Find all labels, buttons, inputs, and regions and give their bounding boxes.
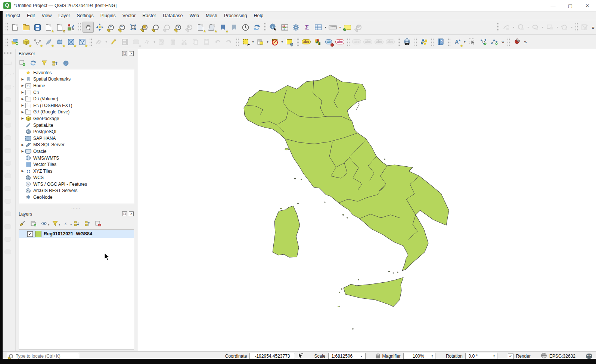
browser-item-favorites[interactable]: ★Favorites	[19, 69, 134, 76]
digitize-ellipse-button[interactable]	[530, 22, 541, 32]
delete-selected-button[interactable]	[168, 37, 178, 47]
close-panel-button[interactable]: ✕	[129, 211, 134, 216]
maximize-button[interactable]: ▢	[562, 0, 579, 11]
snapping-button[interactable]	[512, 37, 522, 47]
render-checkbox[interactable]: ✓	[508, 354, 513, 359]
zoom-in-button[interactable]: +	[106, 22, 116, 32]
new-mesh-layer-button[interactable]: ★	[66, 37, 76, 47]
browser-item-arcgis[interactable]: ArcGIS REST Servers	[19, 188, 134, 194]
change-label-button[interactable]: abc	[385, 37, 395, 47]
current-edits-button[interactable]	[94, 37, 104, 47]
new-map-view-button[interactable]: ★	[195, 22, 206, 32]
toolbar-handle[interactable]	[236, 37, 239, 46]
browser-item-geonode[interactable]: ✱GeoNode	[19, 194, 134, 201]
temporal-controller-button[interactable]	[240, 22, 251, 32]
data-source-manager-button[interactable]	[10, 37, 20, 47]
manage-map-themes-button[interactable]: ▾	[40, 220, 48, 227]
toolbar-handle[interactable]	[264, 23, 266, 32]
delete-part-button[interactable]	[2, 170, 13, 181]
zoom-last-button[interactable]: ◂	[173, 22, 183, 32]
digitize-curve-button[interactable]	[501, 22, 512, 32]
float-panel-button[interactable]: ❏	[122, 211, 127, 216]
spinner-arrows-icon[interactable]: ▴▾	[494, 354, 495, 358]
digitize-rectangle-button[interactable]	[545, 22, 555, 32]
polygon-annotation-button[interactable]	[478, 37, 488, 47]
expand-arrow-icon[interactable]: ▶	[20, 169, 25, 173]
annotation-toolbar-overflow[interactable]: »	[500, 39, 506, 45]
add-feature-button[interactable]: ★	[131, 37, 141, 47]
collapse-all-button[interactable]	[51, 59, 59, 67]
browser-item-home[interactable]: ▶⌂Home	[19, 82, 134, 89]
browser-item-wms-wmts[interactable]: WMS/WMTS	[19, 155, 134, 161]
identify-features-button[interactable]: i	[268, 22, 279, 32]
open-project-button[interactable]	[21, 22, 31, 32]
paste-features-button[interactable]	[201, 37, 212, 47]
browser-item-oracle[interactable]: ▶Oracle	[19, 148, 134, 155]
cad-tools-button[interactable]	[2, 56, 13, 67]
pin-labels-button[interactable]: ab	[323, 37, 334, 47]
split-parts-button[interactable]	[2, 221, 13, 232]
simplify-feature-button[interactable]	[2, 107, 13, 118]
expand-arrow-icon[interactable]: ▶	[20, 78, 25, 81]
measure-button[interactable]	[328, 22, 338, 32]
delete-ring-button[interactable]	[2, 157, 13, 169]
split-features-button[interactable]	[2, 208, 13, 219]
expand-all-button[interactable]	[73, 220, 80, 227]
menu-project[interactable]: Project	[2, 12, 24, 19]
trace-button[interactable]: ▾	[2, 69, 13, 80]
browser-item-spatialite[interactable]: SpatiaLite	[19, 122, 134, 129]
redo-button[interactable]	[224, 37, 234, 47]
select-annotations-button[interactable]	[467, 37, 477, 47]
filter-by-expression-button[interactable]: ε▾	[62, 220, 69, 227]
toolbar-handle[interactable]	[507, 37, 510, 46]
toolbar-handle[interactable]	[5, 37, 8, 46]
rotation-input[interactable]	[468, 353, 493, 359]
toolbar-overflow[interactable]: »	[590, 25, 596, 30]
browser-item-g-drive[interactable]: ▶G:\ (Google Drive)	[19, 109, 134, 116]
toolbar-handle[interactable]	[575, 23, 578, 32]
toolbar-handle[interactable]	[78, 23, 81, 32]
show-layout-manager-button[interactable]: ⚒	[55, 22, 65, 32]
close-panel-button[interactable]: ✕	[129, 51, 134, 56]
spinner-arrows-icon[interactable]: ▴▾	[432, 354, 433, 358]
copy-features-button[interactable]	[190, 37, 201, 47]
menu-help[interactable]: Help	[250, 12, 267, 19]
new-shapefile-layer-button[interactable]: ★	[32, 37, 43, 47]
select-by-location-button[interactable]	[284, 37, 295, 47]
remove-layer-button[interactable]	[94, 220, 102, 227]
show-statistics-button[interactable]: Σ	[302, 22, 312, 32]
deselect-dropdown[interactable]: ▾	[280, 40, 284, 44]
measure-dropdown[interactable]: ▾	[338, 26, 342, 29]
digitize-circle-button[interactable]	[516, 22, 526, 32]
undo-button[interactable]	[212, 37, 223, 47]
messages-icon[interactable]: •••	[586, 354, 592, 359]
menu-edit[interactable]: Edit	[24, 12, 38, 19]
expand-arrow-icon[interactable]: ▶	[20, 91, 25, 94]
digitize-curve-dropdown[interactable]: ▾	[512, 26, 515, 29]
toolbar-handle[interactable]	[347, 37, 350, 46]
browser-item-e-drive[interactable]: ▶E:\ (TOSHIBA EXT)	[19, 102, 134, 109]
map-tips-button[interactable]	[342, 22, 353, 32]
save-edits-button[interactable]	[119, 37, 130, 47]
map-canvas[interactable]	[138, 49, 596, 351]
menu-database[interactable]: Database	[159, 12, 186, 19]
toggle-editing-button[interactable]	[108, 37, 119, 47]
layer-visibility-checkbox[interactable]: ✓	[27, 231, 33, 237]
text-annotation-dropdown[interactable]: ▾	[463, 40, 466, 44]
new-spatialite-layer-button[interactable]: ★	[43, 37, 54, 47]
refresh-map-button[interactable]	[251, 22, 262, 32]
toolbar-handle[interactable]	[448, 37, 450, 46]
line-annotation-button[interactable]	[489, 37, 500, 47]
browser-item-xyz-tiles[interactable]: ▶XYZ Tiles	[19, 168, 134, 175]
layer-row[interactable]: ✓ Reg01012021_WGS84	[19, 230, 134, 238]
python-console-button[interactable]	[419, 37, 429, 47]
new-geopackage-layer-button[interactable]: ★	[21, 37, 31, 47]
metasearch-button[interactable]	[402, 37, 412, 47]
toolbar-handle[interactable]	[4, 51, 12, 54]
add-selected-layers-button[interactable]	[19, 59, 26, 67]
vertex-tool-button[interactable]	[142, 37, 152, 47]
show-spatial-bookmarks-button[interactable]	[229, 22, 239, 32]
coordinate-input[interactable]	[252, 353, 292, 359]
snapping-toolbar-overflow[interactable]: »	[522, 39, 528, 45]
expand-arrow-icon[interactable]: ▶	[20, 97, 25, 101]
